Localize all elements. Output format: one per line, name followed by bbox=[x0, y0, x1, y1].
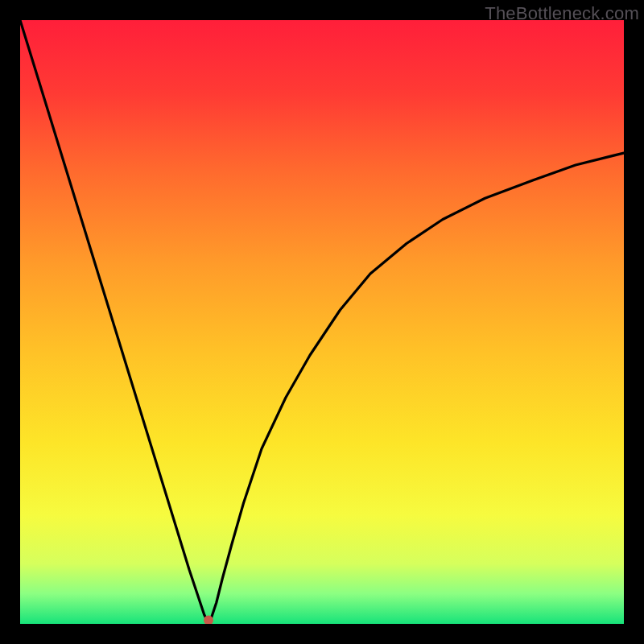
chart-svg bbox=[20, 20, 624, 624]
gradient-background bbox=[20, 20, 624, 624]
chart-frame: TheBottleneck.com bbox=[0, 0, 644, 644]
plot-area bbox=[20, 20, 624, 624]
watermark-text: TheBottleneck.com bbox=[485, 3, 639, 24]
